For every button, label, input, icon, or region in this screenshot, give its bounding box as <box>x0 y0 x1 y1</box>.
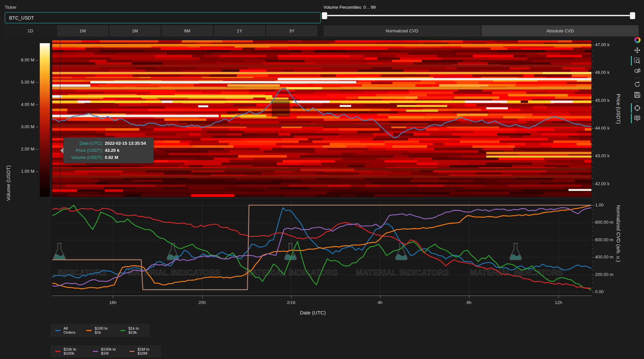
price-tick-label: 43.00 k <box>595 153 610 158</box>
cvd-minor-tick <box>592 218 593 219</box>
ticker-label: Ticker <box>5 5 17 10</box>
price-tick-label: 46.00 k <box>595 70 610 75</box>
cvd-minor-tick <box>592 210 593 210</box>
volume-colorbar <box>40 43 50 197</box>
legend-item[interactable]: $100k to $1M <box>93 347 121 355</box>
volume-tick <box>36 82 38 83</box>
price-minor-tick <box>592 195 593 195</box>
date-axis-title: Date (UTC) <box>300 310 326 315</box>
firecharts-app: Ticker Volume Percentiles: 0 .. 99 1D1W1… <box>0 0 644 359</box>
date-tick <box>469 296 469 298</box>
timeframe-tabbar: 1D1W1M6M1Y3Y <box>5 25 317 36</box>
hover-tool-icon[interactable] <box>633 114 641 122</box>
pan-tool-icon[interactable] <box>633 46 641 54</box>
bokeh-logo-icon[interactable] <box>633 36 641 44</box>
slider-handle-max[interactable] <box>630 12 635 19</box>
price-minor-tick <box>592 117 593 117</box>
cvd-minor-tick <box>592 266 593 266</box>
price-minor-tick <box>592 156 593 156</box>
price-minor-tick <box>592 139 593 140</box>
volume-percentiles-label: Volume Percentiles: 0 .. 99 <box>324 5 376 10</box>
tab-3y[interactable]: 3Y <box>266 25 317 36</box>
cvd-tick-label: 200.00 m <box>595 272 613 277</box>
cvd-minor-tick <box>592 231 593 231</box>
cvd-minor-tick <box>592 257 593 257</box>
cvd-minor-tick <box>592 283 593 283</box>
price-minor-tick <box>592 128 593 129</box>
date-tick <box>291 296 292 298</box>
price-minor-tick <box>592 112 593 112</box>
tab-absolute-cvd[interactable]: Absolute CVD <box>482 25 639 36</box>
legend-label: All Orders <box>64 326 78 334</box>
cvd-tick-label: 800.00 m <box>595 220 613 225</box>
legend-item[interactable]: All Orders <box>55 326 78 334</box>
volume-tick <box>36 171 38 172</box>
cvd-tick-label: 400.00 m <box>595 254 613 259</box>
date-tick-label: 4h <box>374 300 386 305</box>
cvd-tick <box>592 292 594 292</box>
cvd-minor-tick <box>592 279 593 279</box>
slider-handle-min[interactable] <box>322 12 327 19</box>
volume-tick-label: 1.00 M <box>10 169 34 174</box>
x-axis-line <box>52 296 592 296</box>
price-minor-tick <box>592 173 593 173</box>
legend-swatch-icon <box>55 330 61 331</box>
price-minor-tick <box>592 56 593 56</box>
volume-tick <box>36 105 38 105</box>
wheel-zoom-tool-icon[interactable] <box>633 67 641 75</box>
cvd-minor-tick <box>592 275 593 275</box>
price-minor-tick <box>592 189 593 190</box>
price-minor-tick <box>592 73 593 73</box>
orderbook-heatmap-canvas[interactable] <box>52 40 591 197</box>
tab-1w[interactable]: 1W <box>57 25 108 36</box>
toolbar-separator <box>634 101 641 102</box>
legend-swatch-icon <box>129 351 135 352</box>
tooltip-date-value: 2022-02-15 13:35:54 <box>105 140 146 147</box>
legend-row-1: All Orders$100 to $1k$1k to $10k <box>51 324 150 337</box>
box-zoom-tool-icon[interactable] <box>633 57 641 65</box>
tab-1y[interactable]: 1Y <box>214 25 265 36</box>
cvd-tick-label: 0.00 <box>595 289 604 294</box>
price-minor-tick <box>592 167 593 167</box>
date-tick <box>202 296 203 298</box>
volume-percentiles-slider[interactable] <box>324 15 633 16</box>
cvd-minor-tick <box>592 253 593 253</box>
date-tick <box>380 296 380 298</box>
cvd-tick <box>592 205 594 205</box>
cvd-tick-label: 1.00 <box>595 202 604 208</box>
price-minor-tick <box>592 84 593 84</box>
date-tick-label: 8h <box>463 300 475 305</box>
legend-item[interactable]: $100 to $1k <box>86 326 111 334</box>
legend-label: $100 to $1k <box>95 326 111 334</box>
date-tick <box>558 296 559 298</box>
volume-tick-label: 4.00 M <box>10 102 34 107</box>
legend-label: $1M to $10M <box>137 347 156 355</box>
tab-1m[interactable]: 1M <box>109 25 160 36</box>
legend-label: $1k to $10k <box>128 326 145 334</box>
legend-item[interactable]: $10k to $100k <box>55 347 84 355</box>
crosshair-tool-icon[interactable] <box>633 104 641 112</box>
price-axis-title: Price (USDT) <box>616 94 621 144</box>
date-tick-label: 16h <box>107 300 119 305</box>
tooltip-date-label: Date (UTC): <box>65 140 103 147</box>
cvd-minor-tick <box>592 261 593 262</box>
reset-tool-icon[interactable] <box>633 80 641 88</box>
crosshair-line <box>60 40 60 197</box>
save-tool-icon[interactable] <box>633 91 641 99</box>
price-minor-tick <box>592 162 593 162</box>
price-minor-tick <box>592 67 593 67</box>
legend-item[interactable]: $1M to $10M <box>129 347 157 355</box>
cvd-axis-title: Normalized CVD (arb. u.) <box>616 205 621 293</box>
tooltip-volume-label: Volume (USDT): <box>65 154 103 161</box>
cvd-minor-tick <box>592 214 593 214</box>
ticker-input[interactable] <box>5 12 321 23</box>
date-tick-label: 2/16 <box>285 300 297 305</box>
tab-1d[interactable]: 1D <box>5 25 56 36</box>
cvd-minor-tick <box>592 249 593 249</box>
legend-label: $10k to $100k <box>64 347 84 355</box>
legend-item[interactable]: $1k to $10k <box>120 326 145 334</box>
cvd-chart-canvas[interactable] <box>52 200 591 296</box>
tab-normalized-cvd[interactable]: Normalized CVD <box>324 25 481 36</box>
tab-6m[interactable]: 6M <box>162 25 213 36</box>
volume-tick-label: 6.00 M <box>10 57 34 62</box>
